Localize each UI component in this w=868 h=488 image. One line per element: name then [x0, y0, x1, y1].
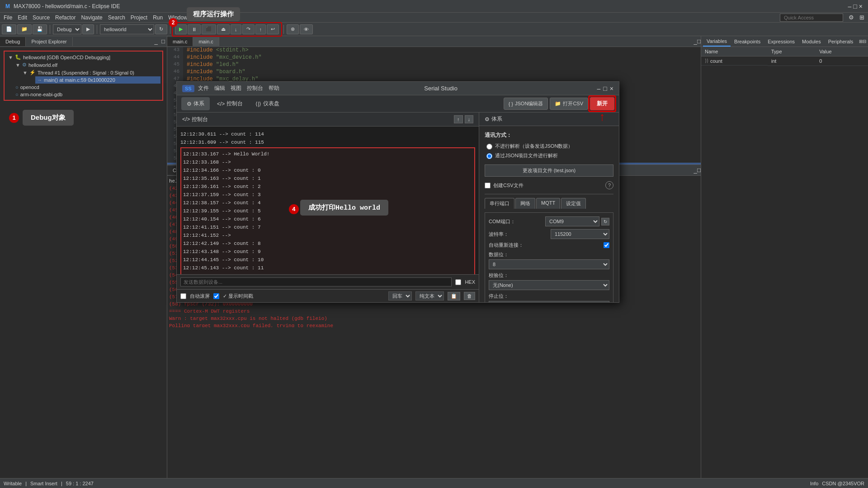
parity-select[interactable]: 无(None): [489, 280, 609, 290]
menu-refactor[interactable]: Refactor: [55, 14, 75, 21]
ss-format-select[interactable]: 纯文本: [415, 291, 444, 300]
ss-new-btn[interactable]: 新开: [590, 97, 614, 110]
debug-item-root[interactable]: ▼ 🐛 helloworld [GDB OpenOCD Debugging]: [6, 53, 160, 61]
baud-rate-select[interactable]: 115200: [551, 229, 609, 239]
menu-project[interactable]: Project: [131, 14, 147, 21]
radio-no-parse-input[interactable]: [486, 144, 492, 150]
tab-project-explorer[interactable]: Project Explorer: [26, 37, 72, 46]
breakpoint-btn[interactable]: ⊗: [287, 24, 299, 34]
menu-run[interactable]: Run: [153, 14, 163, 21]
save-btn[interactable]: 💾: [33, 24, 47, 34]
com-refresh-btn[interactable]: ↻: [601, 218, 609, 225]
settings-btn[interactable]: ⚙: [849, 14, 854, 21]
ss-close-btn[interactable]: ×: [610, 85, 613, 92]
console-scroll-up-btn[interactable]: ↑: [454, 115, 463, 123]
ss-open-csv-btn[interactable]: 📁 打开CSV: [550, 98, 588, 110]
debug-stepout-btn[interactable]: ↑: [255, 24, 266, 34]
ss-menu-view[interactable]: 视图: [231, 84, 241, 92]
ss-hex-checkbox[interactable]: [455, 279, 461, 285]
data-bits-select[interactable]: 8: [489, 259, 609, 269]
help-icon[interactable]: ?: [605, 181, 613, 189]
auto-reconnect-checkbox[interactable]: [604, 242, 609, 248]
debug-disconnect-btn[interactable]: ⏏: [217, 24, 230, 34]
open-btn[interactable]: 📁: [17, 24, 32, 34]
ss-copy-btn[interactable]: 📋: [448, 292, 460, 300]
tab-variables[interactable]: Variables: [703, 37, 731, 47]
debug-icon: 🐛: [15, 54, 21, 60]
ss-change-file-btn[interactable]: 更改项目文件 (test.json): [485, 164, 613, 177]
tab-breakpoints[interactable]: Breakpoints: [731, 37, 764, 46]
ss-create-csv-checkbox[interactable]: [485, 183, 491, 188]
ss-enter-select[interactable]: 回车: [388, 291, 412, 300]
project-refresh-btn[interactable]: ↻: [155, 24, 167, 34]
ss-inner-tab-settings[interactable]: 设定值: [561, 198, 586, 209]
vars-btn2[interactable]: ⊟: [863, 39, 866, 44]
new-btn[interactable]: 📄: [2, 24, 16, 34]
vars-btn1[interactable]: ⊞: [859, 39, 863, 44]
menu-search[interactable]: Search: [108, 14, 125, 21]
debug-item-elf[interactable]: ▼ ⚙ helloworld.elf: [14, 61, 160, 69]
menu-navigate[interactable]: Navigate: [81, 14, 102, 21]
menu-file[interactable]: File: [4, 14, 12, 21]
radio-json-parse[interactable]: 通过JSON项目文件进行解析: [486, 152, 613, 159]
console-minimize-btn[interactable]: _: [694, 167, 697, 174]
run-btn[interactable]: ▶: [82, 24, 94, 34]
file-tab-main-c2[interactable]: main.c: [193, 37, 219, 46]
ss-tab-dashboard[interactable]: ⟨|⟩ 仪表盘: [250, 97, 285, 110]
parity-label: 校验位：: [489, 272, 509, 278]
project-dropdown[interactable]: helloworld: [100, 24, 154, 34]
ss-timestamp-checkbox[interactable]: [213, 293, 219, 299]
run-config-dropdown[interactable]: Debug: [53, 24, 81, 34]
maximize-btn[interactable]: □: [853, 3, 857, 10]
console-scroll-down-btn[interactable]: ↓: [465, 115, 474, 123]
minimize-panel-btn[interactable]: _: [153, 38, 160, 45]
stop-bits-select[interactable]: 1: [489, 301, 609, 302]
tab-expressions[interactable]: Expressions: [764, 37, 798, 46]
close-btn[interactable]: ×: [859, 3, 863, 10]
editor-maximize-btn[interactable]: □: [697, 38, 701, 45]
menu-source[interactable]: Source: [33, 14, 50, 21]
ss-maximize-btn[interactable]: □: [603, 85, 607, 92]
debug-stepinto-btn[interactable]: ↓: [231, 24, 241, 34]
editor-minimize-btn[interactable]: _: [694, 38, 697, 45]
com-port-select[interactable]: COM9: [545, 216, 599, 226]
ss-inner-tab-network[interactable]: 网络: [515, 198, 535, 209]
ss-inner-tab-serial[interactable]: 串行端口: [485, 198, 514, 209]
radio-json-parse-input[interactable]: [486, 153, 492, 159]
ss-send-input[interactable]: [180, 277, 452, 286]
debug-stepover-btn[interactable]: ↷: [242, 24, 255, 34]
ss-menu-console[interactable]: 控制台: [247, 84, 263, 92]
ss-menu-help[interactable]: 帮助: [269, 84, 279, 92]
debug-item-gdb[interactable]: ○ arm-none-eabi-gdb: [14, 91, 160, 98]
debug-item-main[interactable]: → main() at main.c:59 0x10000220: [35, 76, 160, 84]
debug-run-btn[interactable]: ▶: [175, 24, 187, 34]
tab-peripherals[interactable]: Peripherals: [825, 37, 857, 46]
debug-item-openocd[interactable]: ○ openocd: [14, 84, 160, 91]
debug-stop-btn[interactable]: ⬛: [202, 24, 216, 34]
ss-tab-console[interactable]: </> 控制台: [212, 97, 248, 110]
ss-menu-file[interactable]: 文件: [198, 84, 209, 92]
debug-pause-btn[interactable]: ⏸: [188, 24, 201, 34]
ss-autoscroll-checkbox[interactable]: [180, 293, 186, 299]
minimize-btn[interactable]: –: [848, 3, 852, 10]
layout-btn[interactable]: ⊞: [859, 14, 864, 21]
tab-modules[interactable]: Modules: [798, 37, 825, 46]
watch-btn[interactable]: 👁: [300, 24, 313, 34]
menu-edit[interactable]: Edit: [18, 14, 27, 21]
ss-menu-edit[interactable]: 编辑: [214, 84, 225, 92]
frame-label: main() at main.c:59 0x10000220: [44, 77, 115, 83]
console-maximize-btn[interactable]: □: [697, 167, 701, 174]
radio-no-parse[interactable]: 不进行解析（设备发送JSON数据）: [486, 143, 613, 150]
ss-inner-tab-mqtt[interactable]: MQTT: [536, 198, 560, 209]
debug-item-thread[interactable]: ▼ ⚡ Thread #1 (Suspended : Signal : 0:Si…: [21, 69, 160, 76]
maximize-panel-btn[interactable]: □: [160, 38, 167, 45]
file-tab-main-c[interactable]: main.c: [167, 37, 193, 46]
log-14: 12:12:43.148 --> count : 9: [183, 248, 472, 256]
debug-stepreturn-btn[interactable]: ↩: [267, 24, 279, 34]
ss-minimize-btn[interactable]: –: [597, 85, 601, 92]
ss-json-editor-btn[interactable]: { } JSON编辑器: [504, 98, 548, 110]
ss-tab-system[interactable]: ⚙ 体系: [181, 97, 210, 110]
quick-access-input[interactable]: [780, 14, 843, 22]
tab-debug[interactable]: Debug: [0, 37, 26, 46]
ss-clear-btn[interactable]: 🗑: [464, 292, 475, 300]
